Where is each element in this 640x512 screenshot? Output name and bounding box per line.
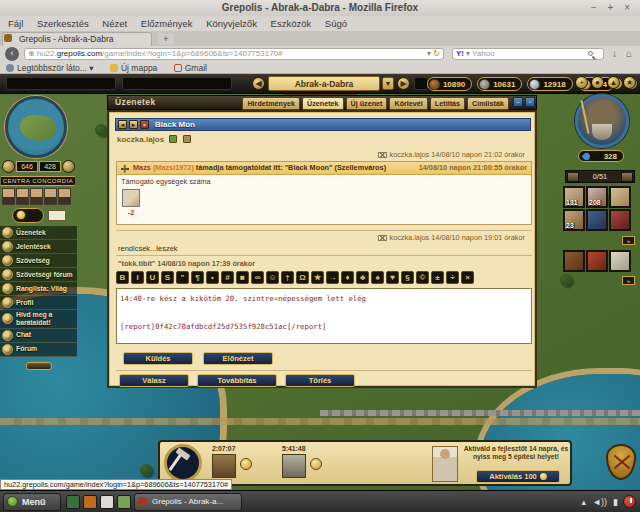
- unit-thumb[interactable]: [586, 209, 608, 231]
- prev-city-arrow[interactable]: ◀: [252, 77, 265, 90]
- dialog-minimize-icon[interactable]: −: [513, 97, 523, 107]
- download-icon[interactable]: ↓: [612, 48, 617, 59]
- sidebar-item-alliance[interactable]: Szövetség: [0, 254, 77, 268]
- bbcode-italic-icon[interactable]: I: [131, 271, 144, 284]
- unit-thumb[interactable]: 131: [563, 186, 585, 208]
- search-input[interactable]: Y!▾ Yahoo: [452, 48, 604, 60]
- building-thumb[interactable]: [563, 250, 585, 272]
- culture-bar[interactable]: 0/51: [565, 170, 635, 183]
- bbcode-spell-icon[interactable]: ♠: [371, 271, 384, 284]
- city-dropdown-icon[interactable]: ▼: [382, 77, 394, 90]
- bbcode-paragraph-icon[interactable]: ¶: [191, 271, 204, 284]
- bbcode-list-icon[interactable]: •: [206, 271, 219, 284]
- map-jump-left-icon[interactable]: [2, 160, 15, 173]
- delete-thread-icon[interactable]: ×: [140, 120, 149, 129]
- menu-history[interactable]: Előzmények: [141, 18, 193, 29]
- add-participant-icon[interactable]: [169, 135, 177, 143]
- coord-y[interactable]: 428: [39, 161, 61, 172]
- preview-button[interactable]: Előnézet: [203, 352, 273, 365]
- queue1-thumbnail[interactable]: [212, 454, 236, 478]
- queue2-thumbnail[interactable]: [282, 454, 306, 478]
- sidebar-item-chat[interactable]: Chat: [0, 329, 77, 343]
- bbcode-bold-icon[interactable]: B: [116, 271, 129, 284]
- city-name-selector[interactable]: Abrak-a-Dabra: [268, 76, 380, 91]
- all-units-button[interactable]: »: [622, 236, 635, 245]
- advisor-portrait[interactable]: [2, 188, 15, 205]
- all-buildings-button[interactable]: »: [622, 276, 635, 285]
- sidebar-item-forum[interactable]: Fórum: [0, 343, 77, 357]
- bookmark-new-folder[interactable]: Új mappa: [110, 63, 157, 73]
- advisor-portrait[interactable]: [58, 188, 71, 205]
- map-jump-right-icon[interactable]: [62, 160, 75, 173]
- menu-view[interactable]: Nézet: [102, 18, 127, 29]
- bbcode-color-icon[interactable]: ♥: [386, 271, 399, 284]
- bbcode-anchor-icon[interactable]: #: [221, 271, 234, 284]
- browser-tab[interactable]: Grepolis - Abrak-a-Dabra: [2, 32, 152, 46]
- sidebar-item-reports[interactable]: Jelentések: [0, 240, 77, 254]
- bbcode-table-icon[interactable]: ±: [431, 271, 444, 284]
- menu-edit[interactable]: Szerkesztés: [37, 18, 89, 29]
- dialog-close-icon[interactable]: ▫: [525, 97, 535, 107]
- send-button[interactable]: Küldés: [123, 352, 193, 365]
- building-thumb[interactable]: [609, 250, 631, 272]
- network-icon[interactable]: ▮: [613, 496, 618, 508]
- tab-block[interactable]: Letiltás: [430, 97, 465, 110]
- god-select-icon[interactable]: ★: [623, 76, 636, 89]
- maximize-icon[interactable]: +: [608, 2, 618, 13]
- close-icon[interactable]: ×: [624, 2, 634, 13]
- advisor-portrait[interactable]: [44, 188, 57, 205]
- stone-resource[interactable]: 10631: [477, 77, 522, 91]
- reload-icon[interactable]: ↻: [433, 49, 440, 58]
- unit-thumb[interactable]: [609, 209, 631, 231]
- history-dropdown-icon[interactable]: ▾: [427, 49, 431, 58]
- favor-display[interactable]: 328: [578, 150, 624, 162]
- report-author[interactable]: Mazs: [133, 163, 151, 172]
- bbcode-unit-icon[interactable]: ♦: [341, 271, 354, 284]
- bbcode-report-icon[interactable]: →: [326, 271, 339, 284]
- screenshot-tool-icon[interactable]: [100, 495, 114, 509]
- unit-thumb[interactable]: [609, 186, 631, 208]
- sidebar-item-messages[interactable]: Üzenetek: [0, 226, 77, 240]
- tab-address-lists[interactable]: Címlisták: [467, 97, 509, 110]
- bbcode-image-icon[interactable]: ■: [236, 271, 249, 284]
- new-tab-button[interactable]: +: [158, 33, 174, 45]
- activate-builder-button[interactable]: Aktiválás 100: [476, 470, 560, 483]
- tab-announcements[interactable]: Hirdetmények: [242, 97, 300, 110]
- next-city-arrow[interactable]: ▶: [397, 77, 410, 90]
- power-icon[interactable]: [623, 495, 636, 508]
- bbcode-center-icon[interactable]: ©: [416, 271, 429, 284]
- minimize-icon[interactable]: −: [591, 2, 601, 13]
- coord-x[interactable]: 646: [16, 161, 38, 172]
- prev-thread-icon[interactable]: ◄: [118, 120, 127, 129]
- sidebar-item-invite[interactable]: Hívd meg a barátaidat!: [0, 310, 77, 329]
- delete-button[interactable]: Törlés: [285, 374, 355, 387]
- bbcode-underline-icon[interactable]: U: [146, 271, 159, 284]
- unit-thumb[interactable]: 23: [563, 209, 585, 231]
- menu-tools[interactable]: Eszközök: [271, 18, 312, 29]
- remove-participant-icon[interactable]: [183, 135, 191, 143]
- forward-button[interactable]: Továbbítás: [197, 374, 277, 387]
- tray-arrow-icon[interactable]: ▴: [582, 496, 587, 508]
- reply-textarea[interactable]: 14:40-re kész a kikötőm 20. szintre=népe…: [116, 288, 532, 344]
- bbcode-quote-icon[interactable]: ": [176, 271, 189, 284]
- bbcode-size-icon[interactable]: §: [401, 271, 414, 284]
- participant-link[interactable]: koczka.lajos: [117, 135, 164, 144]
- bbcode-player-icon[interactable]: †: [281, 271, 294, 284]
- app-launcher-icon[interactable]: [83, 495, 97, 509]
- show-desktop-icon[interactable]: [66, 495, 80, 509]
- wood-resource[interactable]: 10890: [427, 77, 472, 91]
- tab-new-message[interactable]: Új üzenet: [346, 97, 388, 110]
- building-thumb[interactable]: [586, 250, 608, 272]
- bbcode-strike-icon[interactable]: S: [161, 271, 174, 284]
- tab-messages[interactable]: Üzenetek: [302, 97, 344, 110]
- menu-help[interactable]: Súgó: [325, 18, 347, 29]
- back-button[interactable]: ‹: [5, 47, 19, 61]
- alliance-banner[interactable]: Centra Concordia: [1, 176, 75, 186]
- home-icon[interactable]: ⌂: [626, 48, 632, 59]
- volume-icon[interactable]: ◄)): [592, 496, 607, 508]
- search-engine-icon[interactable]: Y!: [456, 49, 464, 58]
- queue2-gold-icon[interactable]: [310, 458, 322, 470]
- file-manager-icon[interactable]: [117, 495, 131, 509]
- bookmark-most-visited[interactable]: Legtöbbször láto... ▾: [6, 63, 94, 73]
- bookmark-gmail[interactable]: Gmail: [174, 63, 207, 73]
